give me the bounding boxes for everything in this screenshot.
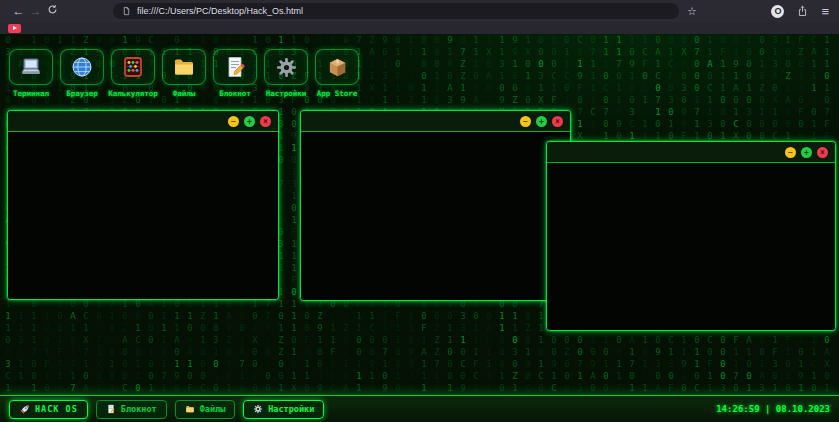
desktop-icon-browser[interactable]: Браузер — [60, 49, 104, 98]
memo-icon — [223, 55, 247, 79]
window-1-titlebar[interactable]: − + × — [8, 111, 278, 132]
minimize-button[interactable]: − — [228, 116, 239, 127]
taskbar-item-notepad[interactable]: Блокнот — [96, 400, 167, 419]
desktop-icon-calculator[interactable]: Калькулятор — [111, 49, 155, 98]
close-button[interactable]: × — [817, 147, 828, 158]
start-button[interactable]: HACK OS — [9, 400, 88, 419]
browser-toolbar: ← → file:///C:/Users/PC/Desktop/Hack_Os.… — [0, 0, 839, 22]
back-icon[interactable]: ← — [10, 0, 27, 22]
window-2-titlebar[interactable]: − + × — [301, 111, 570, 132]
bookmark-star-icon[interactable]: ☆ — [687, 5, 697, 18]
gear-icon — [253, 404, 263, 414]
abacus-icon — [121, 55, 145, 79]
desktop-icon-terminal[interactable]: Терминал — [9, 49, 53, 98]
globe-icon — [70, 55, 94, 79]
maximize-button[interactable]: + — [536, 116, 547, 127]
desktop-icon-appstore[interactable]: App Store — [315, 49, 359, 98]
hackos-desktop: 03A1107010X111CA19X197111003C100100A1000… — [0, 34, 839, 422]
package-icon — [326, 56, 349, 79]
folder-icon — [172, 55, 196, 79]
window-3-content — [547, 164, 835, 330]
maximize-button[interactable]: + — [801, 147, 812, 158]
icon-label: Калькулятор — [108, 89, 158, 98]
screen: ← → file:///C:/Users/PC/Desktop/Hack_Os.… — [0, 0, 839, 422]
icon-label: Файлы — [173, 89, 196, 98]
icon-label: Блокнот — [219, 89, 251, 98]
desktop-icon-settings[interactable]: Настройки — [264, 49, 308, 98]
start-label: HACK OS — [35, 404, 78, 414]
minimize-button[interactable]: − — [520, 116, 531, 127]
address-bar[interactable]: file:///C:/Users/PC/Desktop/Hack_Os.html — [113, 3, 679, 19]
icon-label: Терминал — [13, 89, 49, 98]
desktop-icon-files[interactable]: Файлы — [162, 49, 206, 98]
url-text: file:///C:/Users/PC/Desktop/Hack_Os.html — [137, 6, 303, 16]
taskbar-clock: 14:26:59 | 08.10.2023 — [716, 404, 830, 414]
reload-icon[interactable] — [44, 0, 61, 22]
window-2[interactable]: − + × — [300, 110, 571, 301]
window-1-content — [8, 133, 278, 299]
minimize-button[interactable]: − — [785, 147, 796, 158]
icon-label: Браузер — [66, 89, 98, 98]
close-button[interactable]: × — [260, 116, 271, 127]
browser-actions: O ≡ — [771, 4, 829, 19]
desktop-icon-notepad[interactable]: Блокнот — [213, 49, 257, 98]
window-1[interactable]: − + × — [7, 110, 279, 300]
menu-icon[interactable]: ≡ — [821, 4, 829, 19]
window-3[interactable]: − + × — [546, 141, 836, 331]
memo-icon — [106, 404, 116, 414]
share-icon[interactable] — [797, 5, 808, 17]
close-button[interactable]: × — [552, 116, 563, 127]
taskbar-item-settings[interactable]: Настройки — [243, 400, 324, 419]
page-icon — [122, 6, 131, 16]
taskbar: HACK OS Блокнот — [0, 395, 839, 422]
task-label: Блокнот — [121, 404, 157, 414]
gear-icon — [275, 56, 298, 79]
maximize-button[interactable]: + — [244, 116, 255, 127]
laptop-icon — [19, 55, 43, 79]
bookmarks-bar — [0, 22, 839, 34]
icon-label: App Store — [317, 89, 358, 98]
window-2-content — [301, 133, 570, 300]
profile-icon[interactable]: O — [771, 5, 784, 18]
youtube-favicon[interactable] — [8, 24, 21, 33]
icon-label: Настройки — [266, 89, 307, 98]
task-label: Файлы — [200, 404, 226, 414]
task-label: Настройки — [268, 404, 314, 414]
desktop-icons: Терминал Браузер — [9, 49, 359, 98]
forward-icon[interactable]: → — [27, 0, 44, 22]
window-3-titlebar[interactable]: − + × — [547, 142, 835, 163]
taskbar-item-files[interactable]: Файлы — [175, 400, 236, 419]
folder-icon — [185, 404, 195, 414]
rocket-icon — [19, 404, 30, 415]
